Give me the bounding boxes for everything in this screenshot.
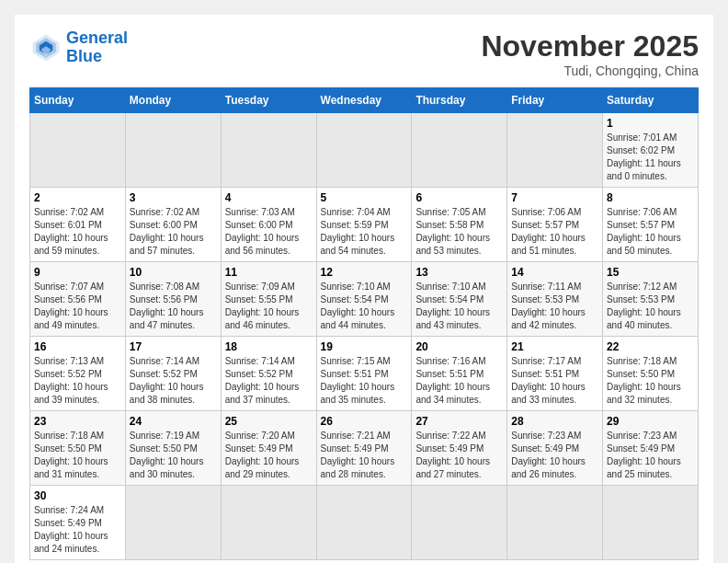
header: General Blue November 2025 Tudi, Chongqi…	[29, 29, 699, 78]
calendar-cell: 7Sunrise: 7:06 AM Sunset: 5:57 PM Daylig…	[507, 188, 603, 262]
day-number: 17	[130, 340, 217, 353]
day-header-tuesday: Tuesday	[221, 88, 316, 113]
day-number: 15	[607, 266, 694, 279]
logo: General Blue	[29, 29, 128, 66]
day-number: 3	[130, 191, 217, 204]
calendar-cell: 12Sunrise: 7:10 AM Sunset: 5:54 PM Dayli…	[316, 262, 412, 337]
day-number: 21	[511, 340, 598, 353]
calendar-cell: 15Sunrise: 7:12 AM Sunset: 5:53 PM Dayli…	[603, 262, 699, 337]
day-number: 2	[34, 191, 121, 204]
day-number: 27	[415, 415, 503, 428]
day-number: 26	[321, 415, 408, 428]
day-info: Sunrise: 7:18 AM Sunset: 5:50 PM Dayligh…	[607, 355, 694, 407]
day-number: 23	[34, 415, 121, 428]
day-info: Sunrise: 7:03 AM Sunset: 6:00 PM Dayligh…	[225, 206, 313, 258]
day-info: Sunrise: 7:18 AM Sunset: 5:50 PM Dayligh…	[34, 430, 121, 481]
day-info: Sunrise: 7:02 AM Sunset: 6:01 PM Dayligh…	[34, 206, 121, 258]
day-info: Sunrise: 7:04 AM Sunset: 5:59 PM Dayligh…	[321, 206, 408, 258]
calendar-cell	[316, 486, 412, 560]
day-number: 5	[321, 191, 408, 204]
day-header-wednesday: Wednesday	[316, 88, 412, 113]
week-row: 9Sunrise: 7:07 AM Sunset: 5:56 PM Daylig…	[30, 262, 699, 337]
calendar-cell: 10Sunrise: 7:08 AM Sunset: 5:56 PM Dayli…	[125, 262, 221, 337]
week-row: 16Sunrise: 7:13 AM Sunset: 5:52 PM Dayli…	[30, 337, 699, 411]
day-number: 7	[511, 191, 598, 204]
calendar-cell: 4Sunrise: 7:03 AM Sunset: 6:00 PM Daylig…	[221, 188, 316, 262]
calendar-cell: 21Sunrise: 7:17 AM Sunset: 5:51 PM Dayli…	[507, 337, 603, 411]
day-number: 20	[415, 340, 503, 353]
calendar-cell: 23Sunrise: 7:18 AM Sunset: 5:50 PM Dayli…	[30, 411, 126, 486]
header-row: SundayMondayTuesdayWednesdayThursdayFrid…	[30, 88, 699, 113]
title-block: November 2025 Tudi, Chongqing, China	[481, 29, 699, 78]
day-number: 22	[607, 340, 694, 353]
calendar-cell	[221, 113, 316, 188]
calendar-cell: 24Sunrise: 7:19 AM Sunset: 5:50 PM Dayli…	[125, 411, 221, 486]
day-number: 8	[607, 191, 694, 204]
day-info: Sunrise: 7:07 AM Sunset: 5:56 PM Dayligh…	[34, 281, 121, 332]
logo-icon	[29, 31, 63, 64]
day-number: 28	[511, 415, 598, 428]
day-number: 14	[511, 266, 598, 279]
week-row: 1Sunrise: 7:01 AM Sunset: 6:02 PM Daylig…	[30, 113, 699, 188]
day-info: Sunrise: 7:10 AM Sunset: 5:54 PM Dayligh…	[415, 281, 503, 332]
day-info: Sunrise: 7:20 AM Sunset: 5:49 PM Dayligh…	[225, 430, 313, 481]
day-number: 4	[225, 191, 313, 204]
calendar-cell	[507, 486, 603, 560]
calendar-cell: 28Sunrise: 7:23 AM Sunset: 5:49 PM Dayli…	[507, 411, 603, 486]
day-info: Sunrise: 7:14 AM Sunset: 5:52 PM Dayligh…	[130, 355, 217, 407]
day-info: Sunrise: 7:13 AM Sunset: 5:52 PM Dayligh…	[34, 355, 121, 407]
day-number: 19	[321, 340, 408, 353]
calendar-cell: 27Sunrise: 7:22 AM Sunset: 5:49 PM Dayli…	[412, 411, 507, 486]
day-number: 29	[607, 415, 694, 428]
calendar-cell: 9Sunrise: 7:07 AM Sunset: 5:56 PM Daylig…	[30, 262, 126, 337]
day-number: 1	[607, 117, 694, 130]
calendar-cell	[125, 486, 221, 560]
calendar-cell: 30Sunrise: 7:24 AM Sunset: 5:49 PM Dayli…	[30, 486, 126, 560]
calendar-cell	[412, 113, 507, 188]
day-info: Sunrise: 7:24 AM Sunset: 5:49 PM Dayligh…	[34, 504, 121, 556]
calendar-cell: 16Sunrise: 7:13 AM Sunset: 5:52 PM Dayli…	[30, 337, 126, 411]
day-info: Sunrise: 7:17 AM Sunset: 5:51 PM Dayligh…	[511, 355, 598, 407]
day-number: 30	[34, 489, 121, 502]
calendar-cell: 19Sunrise: 7:15 AM Sunset: 5:51 PM Dayli…	[316, 337, 412, 411]
calendar-cell: 20Sunrise: 7:16 AM Sunset: 5:51 PM Dayli…	[412, 337, 507, 411]
logo-text: General Blue	[66, 29, 128, 66]
calendar-cell: 13Sunrise: 7:10 AM Sunset: 5:54 PM Dayli…	[412, 262, 507, 337]
day-info: Sunrise: 7:05 AM Sunset: 5:58 PM Dayligh…	[415, 206, 503, 258]
calendar-cell	[507, 113, 603, 188]
calendar-cell: 26Sunrise: 7:21 AM Sunset: 5:49 PM Dayli…	[316, 411, 412, 486]
day-info: Sunrise: 7:23 AM Sunset: 5:49 PM Dayligh…	[607, 430, 694, 481]
calendar-table: SundayMondayTuesdayWednesdayThursdayFrid…	[29, 87, 699, 560]
calendar-page: General Blue November 2025 Tudi, Chongqi…	[15, 15, 713, 563]
calendar-cell	[30, 113, 126, 188]
calendar-cell: 11Sunrise: 7:09 AM Sunset: 5:55 PM Dayli…	[221, 262, 316, 337]
day-number: 25	[225, 415, 313, 428]
day-header-friday: Friday	[507, 88, 603, 113]
day-header-sunday: Sunday	[30, 88, 126, 113]
day-info: Sunrise: 7:01 AM Sunset: 6:02 PM Dayligh…	[607, 132, 694, 183]
day-number: 18	[225, 340, 313, 353]
calendar-cell: 8Sunrise: 7:06 AM Sunset: 5:57 PM Daylig…	[603, 188, 699, 262]
calendar-cell: 3Sunrise: 7:02 AM Sunset: 6:00 PM Daylig…	[125, 188, 221, 262]
day-number: 9	[34, 266, 121, 279]
day-info: Sunrise: 7:06 AM Sunset: 5:57 PM Dayligh…	[511, 206, 598, 258]
calendar-cell: 1Sunrise: 7:01 AM Sunset: 6:02 PM Daylig…	[603, 113, 699, 188]
calendar-cell: 5Sunrise: 7:04 AM Sunset: 5:59 PM Daylig…	[316, 188, 412, 262]
day-number: 11	[225, 266, 313, 279]
day-info: Sunrise: 7:02 AM Sunset: 6:00 PM Dayligh…	[130, 206, 217, 258]
day-header-saturday: Saturday	[603, 88, 699, 113]
calendar-cell	[412, 486, 507, 560]
day-number: 6	[415, 191, 503, 204]
calendar-cell	[316, 113, 412, 188]
day-info: Sunrise: 7:09 AM Sunset: 5:55 PM Dayligh…	[225, 281, 313, 332]
day-header-thursday: Thursday	[412, 88, 507, 113]
day-info: Sunrise: 7:16 AM Sunset: 5:51 PM Dayligh…	[415, 355, 503, 407]
day-info: Sunrise: 7:08 AM Sunset: 5:56 PM Dayligh…	[130, 281, 217, 332]
calendar-cell: 2Sunrise: 7:02 AM Sunset: 6:01 PM Daylig…	[30, 188, 126, 262]
calendar-cell: 25Sunrise: 7:20 AM Sunset: 5:49 PM Dayli…	[221, 411, 316, 486]
calendar-cell: 18Sunrise: 7:14 AM Sunset: 5:52 PM Dayli…	[221, 337, 316, 411]
calendar-cell: 29Sunrise: 7:23 AM Sunset: 5:49 PM Dayli…	[603, 411, 699, 486]
location: Tudi, Chongqing, China	[481, 63, 699, 78]
week-row: 30Sunrise: 7:24 AM Sunset: 5:49 PM Dayli…	[30, 486, 699, 560]
day-info: Sunrise: 7:06 AM Sunset: 5:57 PM Dayligh…	[607, 206, 694, 258]
